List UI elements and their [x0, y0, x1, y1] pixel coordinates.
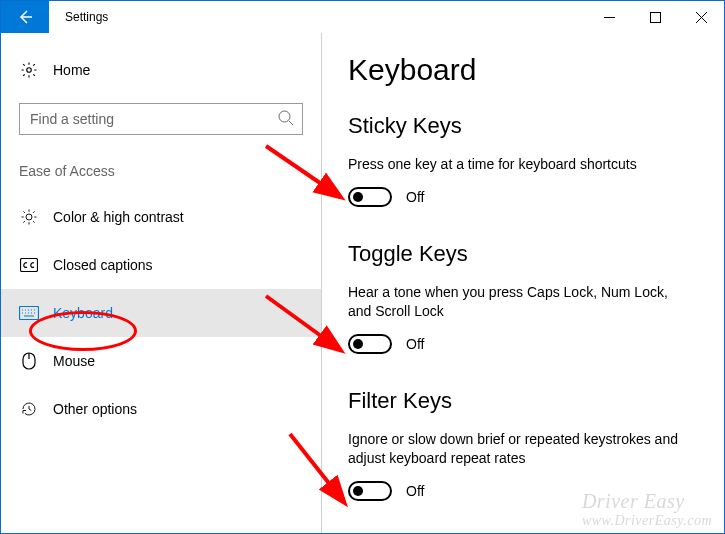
search-box[interactable]	[19, 103, 303, 135]
sidebar-item-label: Closed captions	[39, 257, 153, 273]
svg-point-3	[26, 214, 32, 220]
section-heading-sticky-keys: Sticky Keys	[348, 113, 702, 139]
sidebar-item-closed-captions[interactable]: Closed captions	[1, 241, 321, 289]
section-description: Ignore or slow down brief or repeated ke…	[348, 430, 688, 469]
minimize-button[interactable]	[586, 1, 632, 33]
keyboard-icon	[19, 306, 39, 320]
section-description: Hear a tone when you press Caps Lock, Nu…	[348, 283, 688, 322]
maximize-button[interactable]	[632, 1, 678, 33]
search-icon	[277, 109, 295, 131]
category-header: Ease of Access	[1, 163, 321, 193]
sidebar-item-mouse[interactable]: Mouse	[1, 337, 321, 385]
sidebar-item-label: Mouse	[39, 353, 95, 369]
svg-rect-0	[650, 12, 660, 22]
closed-captions-icon	[19, 258, 39, 272]
clock-arrow-icon	[19, 400, 39, 418]
sidebar-item-label: Other options	[39, 401, 137, 417]
search-input[interactable]	[19, 103, 303, 135]
sidebar-item-keyboard[interactable]: Keyboard	[1, 289, 321, 337]
sidebar-item-color-high-contrast[interactable]: Color & high contrast	[1, 193, 321, 241]
section-description: Press one key at a time for keyboard sho…	[348, 155, 688, 175]
toggle-state-label: Off	[392, 483, 424, 499]
home-nav[interactable]: Home	[1, 55, 321, 85]
toggle-keys-toggle[interactable]	[348, 334, 392, 354]
sidebar-item-other-options[interactable]: Other options	[1, 385, 321, 433]
gear-icon	[19, 61, 39, 79]
svg-rect-4	[21, 259, 38, 272]
section-heading-toggle-keys: Toggle Keys	[348, 241, 702, 267]
section-heading-filter-keys: Filter Keys	[348, 388, 702, 414]
mouse-icon	[19, 352, 39, 370]
page-title: Keyboard	[348, 53, 702, 87]
sidebar-item-label: Color & high contrast	[39, 209, 184, 225]
toggle-state-label: Off	[392, 189, 424, 205]
svg-point-2	[279, 111, 290, 122]
window-title: Settings	[49, 1, 108, 33]
close-button[interactable]	[678, 1, 724, 33]
brightness-icon	[19, 208, 39, 226]
sticky-keys-toggle[interactable]	[348, 187, 392, 207]
filter-keys-toggle[interactable]	[348, 481, 392, 501]
back-button[interactable]	[1, 1, 49, 33]
svg-point-1	[27, 68, 32, 73]
toggle-state-label: Off	[392, 336, 424, 352]
sidebar-item-label: Keyboard	[39, 305, 113, 321]
home-label: Home	[39, 62, 90, 78]
